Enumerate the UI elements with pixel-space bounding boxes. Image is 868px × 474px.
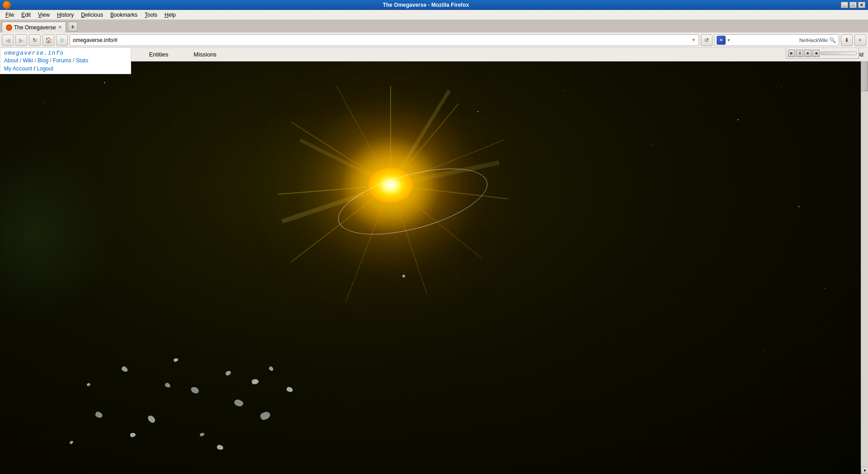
url-input[interactable] [73, 37, 691, 43]
asteroid-2 [173, 358, 179, 362]
space-background [0, 61, 868, 474]
tab-bar: The Omegaverse ✕ + [0, 20, 868, 33]
search-engine-icon: N [717, 36, 726, 45]
maximize-button[interactable]: □ [849, 2, 857, 8]
scroll-track[interactable] [861, 55, 868, 467]
entities-nav[interactable]: Entities [146, 50, 172, 59]
star [798, 206, 799, 207]
scrollbar[interactable]: ▲ ▼ [861, 48, 868, 474]
asteroid-11 [95, 411, 104, 418]
asteroid-12 [130, 432, 136, 437]
map-nav-items: Locations Entities Missions [81, 50, 790, 59]
asteroid-8 [259, 410, 272, 421]
star [564, 90, 565, 91]
reload-button[interactable]: ↻ [29, 34, 41, 46]
star [781, 86, 782, 87]
star [26, 185, 27, 186]
tab-label: The Omegaverse [14, 24, 56, 31]
media-prev-button[interactable]: ◀ [812, 50, 820, 57]
more-tools-button[interactable]: ≡ [854, 34, 866, 46]
downloads-button[interactable]: ⬇ [841, 34, 853, 46]
star [104, 82, 105, 83]
asteroid-13 [146, 414, 156, 424]
forward-button[interactable]: ▶ [15, 34, 27, 46]
asteroid-14 [199, 432, 205, 436]
site-header: omegaverse.info About / Wiki / Blog / Fo… [0, 48, 131, 74]
logout-link[interactable]: Logout [37, 66, 53, 72]
media-progress-slider[interactable] [821, 52, 857, 55]
asteroid-3 [190, 386, 200, 394]
refresh-button[interactable]: ↺ [701, 34, 712, 46]
missions-nav[interactable]: Missions [190, 50, 220, 59]
asteroid-7 [269, 366, 274, 371]
asteroid-10 [86, 383, 91, 387]
menu-bar: File Edit View History Delicious Bookmar… [0, 10, 868, 20]
minimize-button[interactable]: _ [841, 2, 848, 8]
back-button[interactable]: ◀ [2, 34, 14, 46]
scroll-down-button[interactable]: ▼ [861, 467, 868, 474]
asteroid-1 [121, 366, 128, 373]
nebula-left [0, 144, 113, 325]
search-bar[interactable]: N ▼ NetHackWiki 🔍 [714, 34, 839, 46]
cursor-position [625, 276, 631, 282]
firefox-logo [3, 1, 11, 9]
menu-tools[interactable]: Tools [141, 11, 161, 19]
asteroid-4 [225, 370, 232, 376]
menu-delicious[interactable]: Delicious [77, 11, 107, 19]
search-engine-dropdown[interactable]: ▼ [726, 38, 731, 42]
active-tab[interactable]: The Omegaverse ✕ [2, 22, 66, 33]
search-input[interactable] [731, 37, 799, 43]
menu-bookmarks[interactable]: Bookmarks [107, 11, 141, 19]
star [651, 144, 651, 145]
media-player: ▶ ⏸ ■ ◀ [786, 48, 859, 59]
tab-favicon [6, 24, 12, 31]
address-bar[interactable]: ▼ [70, 34, 699, 46]
asteroid-16 [69, 440, 74, 445]
about-link[interactable]: About [4, 57, 18, 64]
star [43, 103, 44, 103]
user-links: My Account / Logout [4, 66, 127, 72]
star [764, 350, 764, 351]
new-tab-button[interactable]: + [68, 22, 78, 32]
search-submit-button[interactable]: 🔍 [828, 36, 837, 45]
menu-help[interactable]: Help [161, 11, 179, 19]
site-nav-links: About / Wiki / Blog / Forums / Stats [4, 57, 127, 64]
title-bar: The Omegaverse - Mozilla Firefox _ □ ✕ [0, 0, 868, 10]
asteroid-5 [233, 398, 244, 408]
asteroid-9 [286, 386, 293, 393]
wiki-link[interactable]: Wiki [23, 57, 33, 64]
tab-close-button[interactable]: ✕ [58, 24, 62, 30]
menu-history[interactable]: History [53, 11, 77, 19]
bookmark-button[interactable]: ☆ [56, 34, 68, 46]
media-play-button[interactable]: ▶ [788, 50, 795, 57]
search-engine-label: NetHackWiki [799, 38, 828, 43]
window-title: The Omegaverse - Mozilla Firefox [11, 2, 841, 8]
star [70, 247, 70, 248]
my-account-link[interactable]: My Account [4, 66, 32, 72]
orbit-planet [402, 275, 405, 277]
star [825, 288, 825, 289]
star [174, 123, 174, 124]
nav-bar: ◀ ▶ ↻ 🏠 ☆ ▼ ↺ N ▼ NetHackWiki 🔍 ⬇ ≡ [0, 33, 868, 48]
content-area: ▶ ⏸ ■ ◀ omegaverse.info About / Wiki / B… [0, 48, 868, 474]
media-pause-button[interactable]: ⏸ [796, 50, 803, 57]
stats-link[interactable]: Stats [76, 57, 88, 64]
star [738, 119, 739, 120]
window-controls: _ □ ✕ [841, 2, 865, 8]
site-logo: omegaverse.info [4, 50, 127, 56]
map-canvas[interactable] [0, 61, 868, 474]
close-button[interactable]: ✕ [858, 2, 865, 8]
menu-file[interactable]: File [2, 11, 18, 19]
blog-link[interactable]: Blog [38, 57, 48, 64]
home-button[interactable]: 🏠 [42, 34, 54, 46]
media-stop-button[interactable]: ■ [804, 50, 811, 57]
forums-link[interactable]: Forums [53, 57, 71, 64]
menu-edit[interactable]: Edit [18, 11, 34, 19]
asteroid-17 [164, 382, 171, 389]
asteroid-6 [251, 379, 259, 385]
asteroid-15 [217, 445, 224, 451]
menu-view[interactable]: View [34, 11, 53, 19]
